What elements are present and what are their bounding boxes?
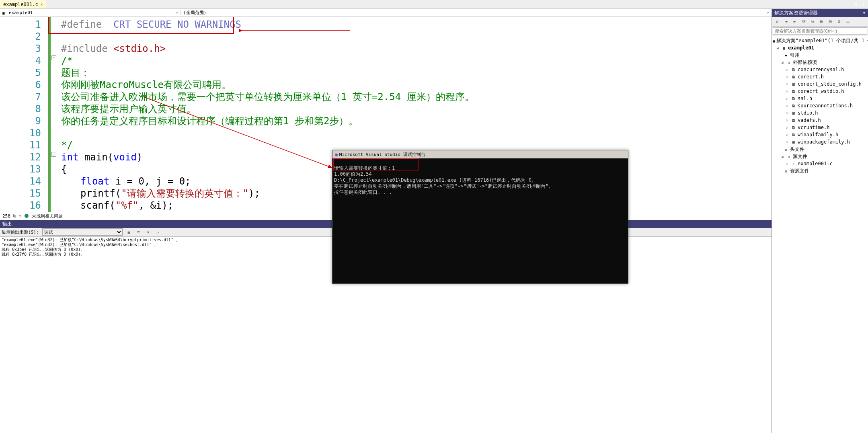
source-file-node[interactable]: ▷ c example001.c [772,160,868,167]
header-file-node[interactable]: ▷🗎sal.h [772,95,868,102]
expand-icon[interactable]: ▷ [785,89,790,93]
header-file-node[interactable]: ▷🗎vcruntime.h [772,124,868,131]
expand-icon[interactable]: ▷ [785,104,790,108]
header-file-node[interactable]: ▷🗎sourceannotations.h [772,102,868,109]
chevron-down-icon: ▾ [767,11,769,15]
project-icon: ▣ [2,10,7,15]
folder-icon: ▫ [786,154,792,159]
header-file-node[interactable]: ▷🗎vadefs.h [772,117,868,124]
expand-icon[interactable]: ▷ [785,82,790,86]
folder-icon: ▫ [786,60,792,65]
console-icon: ▣ [335,152,338,157]
resource-folder-node[interactable]: ▫ 资源文件 [772,167,868,174]
h-file-icon: 🗎 [791,117,796,123]
expand-icon[interactable]: ▷ [785,118,790,122]
output-source-select[interactable]: 调试 [42,228,123,236]
line-number-gutter: 1234567891011121314151617181920 [0,17,48,212]
header-folder-node[interactable]: ▫ 头文件 [772,146,868,153]
project-node[interactable]: ◢ ▦ example01 [772,44,868,51]
project-icon: ▦ [781,45,787,51]
scope-bar: ▣ example01 ▾ (全局范围) ▾ [0,9,772,17]
references-node[interactable]: ▪ 引用 [772,51,868,59]
h-file-icon: 🗎 [791,81,796,87]
expand-icon[interactable]: ◢ [775,46,780,50]
output-tool-icon[interactable]: ≡ [135,229,142,235]
scope-symbol-dropdown[interactable]: (全局范围) ▾ [181,10,772,16]
header-file-node[interactable]: ▷🗎corecrt.h [772,73,868,80]
solution-tree[interactable]: ▣ 解决方案"example01"(1 个项目/共 1 个) ◢ ▦ examp… [772,35,868,433]
header-file-node[interactable]: ▷🗎corecrt_stdio_config.h [772,80,868,88]
output-from-label: 显示输出来源(S): [2,229,39,235]
gear-icon[interactable]: ⚙ [853,2,858,7]
folder-icon: ▫ [783,168,789,174]
scope-project-label: example01 [9,10,33,15]
fold-gutter[interactable]: − − [51,17,59,212]
expand-icon[interactable]: ▷ [785,133,790,137]
header-file-node[interactable]: ▷🗎corecrt_wstdio.h [772,88,868,95]
chevron-down-icon[interactable]: ▾ [19,214,21,218]
expand-icon[interactable]: ▷ [785,125,790,129]
solution-explorer-toolbar: ⌂ ◄ ► ⟳ ↻ ⊟ ▤ ⚙ ▭ [772,17,868,27]
fold-toggle[interactable]: − [51,55,56,60]
chevron-down-icon: ▾ [176,11,178,15]
expand-icon[interactable]: ▷ [785,75,790,79]
expand-icon[interactable]: ▷ [785,111,790,115]
h-file-icon: 🗎 [791,139,796,145]
collapse-icon[interactable]: ⊟ [818,18,825,25]
tab-label: example001.c [3,2,38,7]
scope-project-dropdown[interactable]: ▣ example01 ▾ [0,10,181,15]
console-titlebar[interactable]: ▣ Microsoft Visual Studio 调试控制台 [332,150,628,158]
scope-symbol-label: (全局范围) [183,10,206,16]
status-ok-icon [25,214,29,218]
solution-explorer-title[interactable]: 解决方案资源管理器 ▾ [772,9,868,17]
c-file-icon: c [791,161,796,166]
zoom-dropdown[interactable]: 258 % [2,213,16,219]
folder-icon: ▫ [783,146,789,152]
forward-icon[interactable]: ► [791,18,798,25]
references-icon: ▪ [783,52,789,58]
h-file-icon: 🗎 [791,132,796,137]
preview-icon[interactable]: ▭ [844,18,852,25]
status-msg: 未找到相关问题 [32,213,63,219]
header-file-node[interactable]: ▷🗎stdio.h [772,109,868,117]
expand-icon[interactable]: ▷ [785,162,790,166]
chevron-down-icon[interactable]: ▾ [861,2,866,7]
fold-toggle[interactable]: − [51,152,56,157]
h-file-icon: 🗎 [791,96,796,101]
sync-icon[interactable]: ⟳ [800,18,807,25]
header-file-node[interactable]: ▷🗎concurrencysal.h [772,66,868,73]
h-file-icon: 🗎 [791,103,796,109]
refresh-icon[interactable]: ↻ [809,18,816,25]
solution-icon: ▣ [773,38,775,43]
solution-node[interactable]: ▣ 解决方案"example01"(1 个项目/共 1 个) [772,37,868,44]
expand-icon[interactable]: ◢ [780,60,785,64]
console-output: 请输入需要转换的英寸值：11.00的值为2.54D:\C_Project\exa… [332,158,628,283]
clear-icon[interactable]: ✕ [145,229,152,235]
solution-search [772,27,868,35]
tab-strip: example001.c ✕ ⚙ ▾ [0,0,868,9]
h-file-icon: 🗎 [791,125,796,130]
solution-search-input[interactable] [773,27,867,35]
back-icon[interactable]: ◄ [782,18,790,25]
expand-icon[interactable]: ◢ [780,154,785,158]
word-wrap-icon[interactable]: ↵ [155,229,161,235]
expand-icon[interactable]: ▷ [785,68,790,72]
expand-icon[interactable]: ▷ [785,140,790,144]
properties-icon[interactable]: ⚙ [835,18,843,25]
h-file-icon: 🗎 [791,67,796,72]
output-tool-icon[interactable]: ≣ [126,229,132,235]
change-marker [48,17,51,212]
show-all-icon[interactable]: ▤ [827,18,834,25]
external-deps-node[interactable]: ◢ ▫ 外部依赖项 [772,59,868,66]
close-icon[interactable]: ✕ [41,2,43,6]
header-file-node[interactable]: ▷🗎winpackagefamily.h [772,138,868,146]
debug-console-window[interactable]: ▣ Microsoft Visual Studio 调试控制台 请输入需要转换的… [332,150,628,284]
source-folder-node[interactable]: ◢ ▫ 源文件 [772,153,868,160]
h-file-icon: 🗎 [791,88,796,94]
expand-icon[interactable]: ▷ [785,96,790,101]
chevron-down-icon[interactable]: ▾ [863,10,866,16]
h-file-icon: 🗎 [791,110,796,116]
home-icon[interactable]: ⌂ [774,18,781,25]
header-file-node[interactable]: ▷🗎winapifamily.h [772,131,868,138]
file-tab[interactable]: example001.c ✕ [0,0,46,8]
